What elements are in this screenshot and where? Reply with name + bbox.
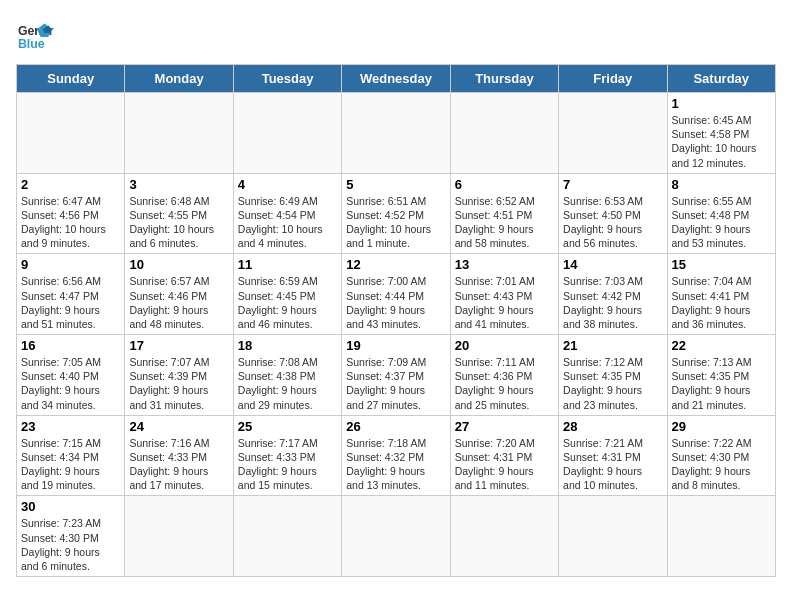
day-info: Sunrise: 7:13 AM Sunset: 4:35 PM Dayligh… bbox=[672, 355, 771, 412]
calendar-cell: 11Sunrise: 6:59 AM Sunset: 4:45 PM Dayli… bbox=[233, 254, 341, 335]
day-number: 27 bbox=[455, 419, 554, 434]
day-info: Sunrise: 7:03 AM Sunset: 4:42 PM Dayligh… bbox=[563, 274, 662, 331]
calendar-cell: 21Sunrise: 7:12 AM Sunset: 4:35 PM Dayli… bbox=[559, 335, 667, 416]
day-number: 25 bbox=[238, 419, 337, 434]
day-info: Sunrise: 7:08 AM Sunset: 4:38 PM Dayligh… bbox=[238, 355, 337, 412]
day-number: 18 bbox=[238, 338, 337, 353]
calendar-week-5: 23Sunrise: 7:15 AM Sunset: 4:34 PM Dayli… bbox=[17, 415, 776, 496]
day-number: 19 bbox=[346, 338, 445, 353]
calendar-cell: 3Sunrise: 6:48 AM Sunset: 4:55 PM Daylig… bbox=[125, 173, 233, 254]
calendar-cell: 4Sunrise: 6:49 AM Sunset: 4:54 PM Daylig… bbox=[233, 173, 341, 254]
day-info: Sunrise: 6:47 AM Sunset: 4:56 PM Dayligh… bbox=[21, 194, 120, 251]
calendar-cell: 14Sunrise: 7:03 AM Sunset: 4:42 PM Dayli… bbox=[559, 254, 667, 335]
day-info: Sunrise: 6:56 AM Sunset: 4:47 PM Dayligh… bbox=[21, 274, 120, 331]
calendar-cell: 25Sunrise: 7:17 AM Sunset: 4:33 PM Dayli… bbox=[233, 415, 341, 496]
calendar-cell: 28Sunrise: 7:21 AM Sunset: 4:31 PM Dayli… bbox=[559, 415, 667, 496]
calendar-cell bbox=[559, 496, 667, 577]
calendar-cell bbox=[559, 93, 667, 174]
day-header-saturday: Saturday bbox=[667, 65, 775, 93]
calendar-cell: 1Sunrise: 6:45 AM Sunset: 4:58 PM Daylig… bbox=[667, 93, 775, 174]
calendar-cell bbox=[667, 496, 775, 577]
calendar-cell: 6Sunrise: 6:52 AM Sunset: 4:51 PM Daylig… bbox=[450, 173, 558, 254]
calendar-cell: 7Sunrise: 6:53 AM Sunset: 4:50 PM Daylig… bbox=[559, 173, 667, 254]
svg-text:Blue: Blue bbox=[18, 37, 45, 51]
calendar-week-3: 9Sunrise: 6:56 AM Sunset: 4:47 PM Daylig… bbox=[17, 254, 776, 335]
day-info: Sunrise: 7:07 AM Sunset: 4:39 PM Dayligh… bbox=[129, 355, 228, 412]
day-number: 26 bbox=[346, 419, 445, 434]
day-number: 29 bbox=[672, 419, 771, 434]
day-header-friday: Friday bbox=[559, 65, 667, 93]
day-number: 7 bbox=[563, 177, 662, 192]
day-info: Sunrise: 6:51 AM Sunset: 4:52 PM Dayligh… bbox=[346, 194, 445, 251]
day-info: Sunrise: 7:20 AM Sunset: 4:31 PM Dayligh… bbox=[455, 436, 554, 493]
day-header-sunday: Sunday bbox=[17, 65, 125, 93]
calendar-cell bbox=[342, 496, 450, 577]
day-info: Sunrise: 6:48 AM Sunset: 4:55 PM Dayligh… bbox=[129, 194, 228, 251]
day-info: Sunrise: 7:05 AM Sunset: 4:40 PM Dayligh… bbox=[21, 355, 120, 412]
day-number: 1 bbox=[672, 96, 771, 111]
day-number: 23 bbox=[21, 419, 120, 434]
day-info: Sunrise: 6:53 AM Sunset: 4:50 PM Dayligh… bbox=[563, 194, 662, 251]
day-info: Sunrise: 7:16 AM Sunset: 4:33 PM Dayligh… bbox=[129, 436, 228, 493]
calendar-week-4: 16Sunrise: 7:05 AM Sunset: 4:40 PM Dayli… bbox=[17, 335, 776, 416]
day-info: Sunrise: 6:55 AM Sunset: 4:48 PM Dayligh… bbox=[672, 194, 771, 251]
day-header-tuesday: Tuesday bbox=[233, 65, 341, 93]
day-number: 21 bbox=[563, 338, 662, 353]
day-number: 15 bbox=[672, 257, 771, 272]
day-number: 6 bbox=[455, 177, 554, 192]
calendar-cell bbox=[450, 496, 558, 577]
calendar-week-2: 2Sunrise: 6:47 AM Sunset: 4:56 PM Daylig… bbox=[17, 173, 776, 254]
calendar-week-1: 1Sunrise: 6:45 AM Sunset: 4:58 PM Daylig… bbox=[17, 93, 776, 174]
calendar-cell: 9Sunrise: 6:56 AM Sunset: 4:47 PM Daylig… bbox=[17, 254, 125, 335]
calendar-cell: 24Sunrise: 7:16 AM Sunset: 4:33 PM Dayli… bbox=[125, 415, 233, 496]
day-header-thursday: Thursday bbox=[450, 65, 558, 93]
day-info: Sunrise: 6:59 AM Sunset: 4:45 PM Dayligh… bbox=[238, 274, 337, 331]
logo: General Blue bbox=[16, 16, 54, 54]
calendar-cell bbox=[17, 93, 125, 174]
calendar-cell: 26Sunrise: 7:18 AM Sunset: 4:32 PM Dayli… bbox=[342, 415, 450, 496]
day-number: 22 bbox=[672, 338, 771, 353]
calendar-body: 1Sunrise: 6:45 AM Sunset: 4:58 PM Daylig… bbox=[17, 93, 776, 577]
day-number: 20 bbox=[455, 338, 554, 353]
day-info: Sunrise: 7:00 AM Sunset: 4:44 PM Dayligh… bbox=[346, 274, 445, 331]
day-info: Sunrise: 7:12 AM Sunset: 4:35 PM Dayligh… bbox=[563, 355, 662, 412]
day-header-monday: Monday bbox=[125, 65, 233, 93]
calendar-cell bbox=[450, 93, 558, 174]
calendar-cell: 17Sunrise: 7:07 AM Sunset: 4:39 PM Dayli… bbox=[125, 335, 233, 416]
day-info: Sunrise: 7:11 AM Sunset: 4:36 PM Dayligh… bbox=[455, 355, 554, 412]
day-number: 28 bbox=[563, 419, 662, 434]
day-number: 30 bbox=[21, 499, 120, 514]
calendar-cell: 23Sunrise: 7:15 AM Sunset: 4:34 PM Dayli… bbox=[17, 415, 125, 496]
calendar-cell: 18Sunrise: 7:08 AM Sunset: 4:38 PM Dayli… bbox=[233, 335, 341, 416]
day-header-wednesday: Wednesday bbox=[342, 65, 450, 93]
day-info: Sunrise: 7:09 AM Sunset: 4:37 PM Dayligh… bbox=[346, 355, 445, 412]
day-info: Sunrise: 7:01 AM Sunset: 4:43 PM Dayligh… bbox=[455, 274, 554, 331]
day-info: Sunrise: 6:49 AM Sunset: 4:54 PM Dayligh… bbox=[238, 194, 337, 251]
calendar-cell: 29Sunrise: 7:22 AM Sunset: 4:30 PM Dayli… bbox=[667, 415, 775, 496]
calendar-cell: 20Sunrise: 7:11 AM Sunset: 4:36 PM Dayli… bbox=[450, 335, 558, 416]
generalblue-logo-icon: General Blue bbox=[16, 16, 54, 54]
day-info: Sunrise: 6:45 AM Sunset: 4:58 PM Dayligh… bbox=[672, 113, 771, 170]
calendar-table: SundayMondayTuesdayWednesdayThursdayFrid… bbox=[16, 64, 776, 577]
day-number: 8 bbox=[672, 177, 771, 192]
calendar-cell: 19Sunrise: 7:09 AM Sunset: 4:37 PM Dayli… bbox=[342, 335, 450, 416]
calendar-cell: 16Sunrise: 7:05 AM Sunset: 4:40 PM Dayli… bbox=[17, 335, 125, 416]
day-number: 9 bbox=[21, 257, 120, 272]
calendar-header-row: SundayMondayTuesdayWednesdayThursdayFrid… bbox=[17, 65, 776, 93]
calendar-cell: 30Sunrise: 7:23 AM Sunset: 4:30 PM Dayli… bbox=[17, 496, 125, 577]
calendar-cell: 8Sunrise: 6:55 AM Sunset: 4:48 PM Daylig… bbox=[667, 173, 775, 254]
day-number: 10 bbox=[129, 257, 228, 272]
day-number: 13 bbox=[455, 257, 554, 272]
calendar-week-6: 30Sunrise: 7:23 AM Sunset: 4:30 PM Dayli… bbox=[17, 496, 776, 577]
day-info: Sunrise: 6:52 AM Sunset: 4:51 PM Dayligh… bbox=[455, 194, 554, 251]
day-info: Sunrise: 7:18 AM Sunset: 4:32 PM Dayligh… bbox=[346, 436, 445, 493]
calendar-cell bbox=[233, 496, 341, 577]
day-info: Sunrise: 7:17 AM Sunset: 4:33 PM Dayligh… bbox=[238, 436, 337, 493]
calendar-cell: 22Sunrise: 7:13 AM Sunset: 4:35 PM Dayli… bbox=[667, 335, 775, 416]
calendar-cell bbox=[125, 93, 233, 174]
day-number: 4 bbox=[238, 177, 337, 192]
day-number: 16 bbox=[21, 338, 120, 353]
day-info: Sunrise: 6:57 AM Sunset: 4:46 PM Dayligh… bbox=[129, 274, 228, 331]
day-info: Sunrise: 7:15 AM Sunset: 4:34 PM Dayligh… bbox=[21, 436, 120, 493]
day-number: 5 bbox=[346, 177, 445, 192]
